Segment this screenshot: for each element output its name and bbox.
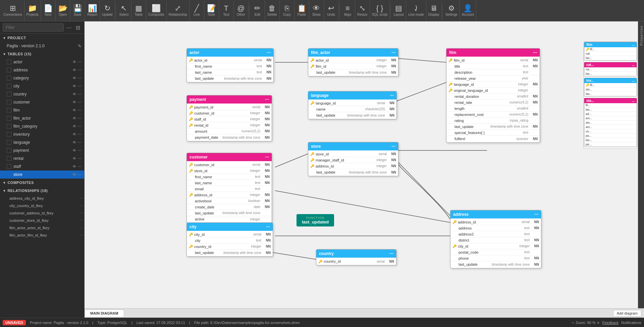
cust-row-3[interactable]: first_name text NN: [187, 174, 272, 180]
tb-undo[interactable]: ↩ Undo: [324, 1, 339, 21]
store-row-3[interactable]: 🔑 address_id integer NN: [308, 163, 398, 169]
zoom-out-button[interactable]: −: [572, 320, 574, 325]
film-row-7[interactable]: rental_duration smallint NN: [446, 93, 540, 100]
city-header[interactable]: city ⋯: [187, 223, 273, 231]
sidebar-item-film-category[interactable]: film_category 👁 ⋯: [0, 122, 84, 130]
tb-show[interactable]: 👁 Show: [309, 1, 324, 21]
tb-delete[interactable]: 🗑 Delete: [265, 1, 280, 21]
tb-linemode[interactable]: ⤸ Line mode: [406, 1, 426, 21]
tb-new[interactable]: 📄 New: [41, 1, 56, 21]
film-row-5[interactable]: 🔑 language_id integer NN: [446, 81, 540, 87]
actor-row-2[interactable]: first_name text NN: [187, 63, 273, 69]
tb-connections[interactable]: ⊞ Connections: [1, 1, 24, 21]
lang-row-2[interactable]: name character(20) NN: [308, 106, 396, 112]
inventory-checkbox[interactable]: [7, 132, 11, 137]
film-row-11[interactable]: rating mpaa_rating: [446, 118, 540, 124]
country-menu[interactable]: ⋯: [389, 251, 393, 256]
table-customer[interactable]: customer ⋯ 🔑 customer_id serial NN 🔑 sto…: [186, 153, 272, 223]
tb-update[interactable]: ↻ Update: [100, 1, 115, 21]
tb-account[interactable]: 👤 Account: [460, 1, 476, 21]
cust-row-5[interactable]: email text: [187, 186, 272, 192]
tb-projects[interactable]: 📁 Projects: [24, 1, 41, 21]
project-name-item[interactable]: Pagila - version 2.1.0 ✎: [0, 42, 84, 50]
country-row-1[interactable]: 🔑 country_id serial NN: [316, 258, 396, 264]
country-header[interactable]: country ⋯: [316, 250, 396, 258]
tables-section[interactable]: ▼ TABLES (15): [0, 50, 84, 58]
payment-header[interactable]: payment ⋯: [187, 95, 272, 104]
sidebar-item-payment[interactable]: payment 👁 ⋯: [0, 146, 84, 154]
zoom-in-button[interactable]: +: [597, 320, 600, 325]
sidebar-item-store[interactable]: store 👁 ⋯: [0, 171, 84, 179]
store-header[interactable]: store ⋯: [308, 142, 398, 150]
tb-paste[interactable]: 📋 Paste: [294, 1, 309, 21]
cust-row-8[interactable]: create_date date NN: [187, 204, 272, 210]
film-row-9[interactable]: length smallint: [446, 106, 540, 112]
sidebar-item-actor[interactable]: actor 👁 ⋯: [0, 58, 84, 66]
lang-row-3[interactable]: last_update timestamp with time zone NN: [308, 112, 396, 118]
sidebar-item-city[interactable]: city 👁 ⋯: [0, 82, 84, 90]
address-header[interactable]: address ⋯: [450, 210, 541, 218]
table-city[interactable]: city ⋯ 🔑 city_id serial NN city text NN …: [186, 222, 273, 257]
actor-menu[interactable]: ⋯: [267, 50, 271, 55]
film-row-2[interactable]: title text NN: [446, 63, 540, 69]
film-actor-header[interactable]: film_actor ⋯: [308, 49, 398, 57]
rel-address-city[interactable]: address_city_id_fkey ⋯: [0, 195, 84, 202]
notifications-button[interactable]: Notifications: [621, 321, 641, 325]
function-last-updated[interactable]: FUNCTION last_updated: [297, 214, 334, 226]
tb-table[interactable]: ▦ Table: [131, 1, 146, 21]
film-row-12[interactable]: last_update timestamp with time zone NN: [446, 124, 540, 130]
tb-save[interactable]: 💾 Save: [70, 1, 85, 21]
tb-layout[interactable]: ▤ Layout: [391, 1, 406, 21]
film-actor-checkbox[interactable]: [7, 116, 11, 121]
language-menu[interactable]: ⋯: [390, 93, 394, 98]
store-checkbox[interactable]: [7, 172, 11, 177]
tb-note[interactable]: 📝 Note: [204, 1, 219, 21]
addr-row-2[interactable]: address text NN: [450, 225, 541, 231]
city-row-3[interactable]: 🔑 country_id integer NN: [187, 244, 273, 250]
film-category-checkbox[interactable]: [7, 124, 11, 129]
project-edit-icon[interactable]: ✎: [78, 44, 82, 49]
country-checkbox[interactable]: [7, 92, 11, 96]
cust-row-6[interactable]: 🔑 address_id integer NN: [187, 192, 272, 198]
payment-menu[interactable]: ⋯: [265, 97, 269, 102]
sidebar-item-rental[interactable]: rental 👁 ⋯: [0, 154, 84, 162]
city-checkbox[interactable]: [7, 84, 11, 88]
film-header[interactable]: film ⋯: [446, 49, 540, 57]
addr-row-8[interactable]: last_update timestamp with time zone NN: [450, 261, 541, 267]
customer-checkbox[interactable]: [7, 100, 11, 105]
actor-row-1[interactable]: 🔑 actor_id serial NN: [187, 57, 273, 63]
actor-checkbox[interactable]: [7, 60, 11, 64]
rental-checkbox[interactable]: [7, 156, 11, 161]
tb-edit[interactable]: ✏ Edit: [250, 1, 265, 21]
tb-line[interactable]: ╱ Line: [190, 1, 204, 21]
table-address[interactable]: address ⋯ 🔑 address_id serial NN address…: [450, 210, 541, 268]
payment-row-4[interactable]: 🔑 rental_id integer NN: [187, 122, 272, 128]
rel-film-actor-actor[interactable]: film_actor_actor_id_fkey ⋯: [0, 224, 84, 232]
address-checkbox[interactable]: [7, 68, 11, 72]
cust-row-10[interactable]: active integer: [187, 216, 272, 222]
table-language[interactable]: language ⋯ 🔑 language_id serial NN name …: [308, 91, 397, 119]
tb-relationship[interactable]: ⤢ Relationship: [167, 1, 190, 21]
cust-row-4[interactable]: last_name text NN: [187, 180, 272, 186]
tb-text[interactable]: T Text: [219, 1, 234, 21]
store-row-4[interactable]: last_update timestamp with time zone NN: [308, 169, 398, 175]
filter-menu-button[interactable]: ⋯: [65, 24, 73, 31]
city-menu[interactable]: ⋯: [266, 224, 270, 229]
film-actor-menu[interactable]: ⋯: [391, 50, 395, 55]
language-header[interactable]: language ⋯: [308, 91, 396, 100]
addr-row-7[interactable]: phone text NN: [450, 255, 541, 261]
film-row-1[interactable]: 🔑 film_id serial NN: [446, 57, 540, 63]
table-actor[interactable]: actor ⋯ 🔑 actor_id serial NN first_name …: [186, 48, 274, 82]
rel-customer-store[interactable]: customer_store_id_fkey ⋯: [0, 217, 84, 224]
tb-composite[interactable]: ⬜ Composite: [146, 1, 167, 21]
addr-row-4[interactable]: district text NN: [450, 237, 541, 243]
film-actor-row-3[interactable]: last_update timestamp with time zone NN: [308, 69, 398, 75]
canvas-area[interactable]: actor ⋯ 🔑 actor_id serial NN first_name …: [85, 21, 644, 318]
city-row-2[interactable]: city text NN: [187, 238, 273, 244]
tb-select[interactable]: ↖ Select: [117, 1, 131, 21]
tb-report[interactable]: 📊 Report: [85, 1, 100, 21]
cust-row-1[interactable]: 🔑 customer_id serial NN: [187, 162, 272, 168]
payment-checkbox[interactable]: [7, 148, 11, 153]
table-payment[interactable]: payment ⋯ 🔑 payment_id serial NN 🔑 custo…: [186, 95, 272, 141]
sidebar-item-film-actor[interactable]: film_actor 👁 ⋯: [0, 114, 84, 122]
